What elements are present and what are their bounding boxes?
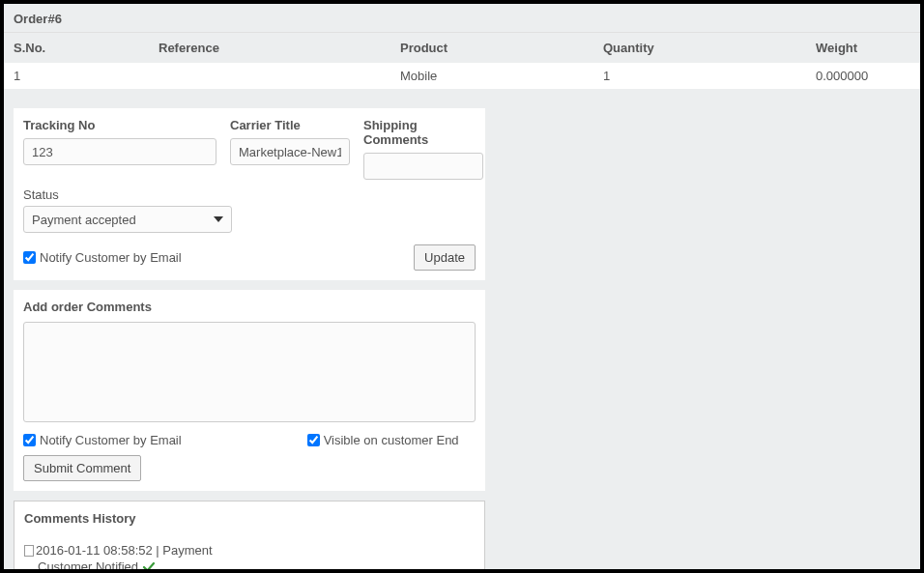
comments-visible-checkbox[interactable]: [307, 434, 320, 446]
shipping-comments-input[interactable]: [363, 153, 483, 180]
document-icon: [24, 545, 34, 557]
history-entry-text: 2016-01-11 08:58:52 | Payment: [36, 543, 213, 558]
status-select[interactable]: Payment accepted: [23, 206, 232, 233]
submit-comment-button[interactable]: Submit Comment: [23, 455, 141, 481]
cell-product: Mobile: [390, 63, 593, 89]
comments-visible-label: Visible on customer End: [324, 433, 459, 447]
col-product: Product: [390, 33, 593, 63]
tracking-no-input[interactable]: [23, 138, 217, 165]
cell-reference: [149, 63, 390, 89]
shipping-comments-label: Shipping Comments: [363, 118, 483, 147]
comments-notify-wrap[interactable]: Notify Customer by Email: [23, 433, 182, 447]
table-header-row: S.No. Reference Product Quantity Weight: [4, 33, 920, 63]
history-entry: 2016-01-11 08:58:52 | Payment: [24, 543, 475, 558]
status-label: Status: [23, 187, 476, 202]
history-notified-text: Customer Notified: [38, 559, 138, 569]
carrier-title-field: Carrier Title: [230, 118, 350, 180]
comments-notify-checkbox[interactable]: [23, 434, 36, 446]
tracking-no-field: Tracking No: [23, 118, 217, 180]
col-sno: S.No.: [4, 33, 149, 63]
cell-quantity: 1: [593, 63, 806, 89]
history-entry-status: Customer Notified: [24, 559, 475, 569]
order-header: Order#6: [4, 4, 920, 33]
table-row: 1 Mobile 1 0.000000: [4, 63, 920, 89]
comments-title: Add order Comments: [23, 300, 476, 314]
comments-panel: Add order Comments Notify Customer by Em…: [14, 290, 485, 491]
shipping-comments-field: Shipping Comments: [363, 118, 483, 180]
comments-notify-label: Notify Customer by Email: [40, 433, 182, 447]
history-panel: Comments History 2016-01-11 08:58:52 | P…: [14, 501, 485, 569]
check-icon: [142, 560, 156, 570]
notify-email-wrap[interactable]: Notify Customer by Email: [23, 250, 182, 265]
tracking-panel: Tracking No Carrier Title Shipping Comme…: [14, 108, 485, 280]
update-button[interactable]: Update: [414, 244, 476, 271]
carrier-title-label: Carrier Title: [230, 118, 350, 132]
notify-email-label: Notify Customer by Email: [40, 250, 182, 265]
col-weight: Weight: [806, 33, 920, 63]
comments-visible-wrap[interactable]: Visible on customer End: [307, 433, 459, 447]
comments-textarea[interactable]: [23, 322, 476, 422]
cell-weight: 0.000000: [806, 63, 920, 89]
col-quantity: Quantity: [593, 33, 806, 63]
order-title: Order#6: [14, 12, 62, 26]
notify-email-checkbox[interactable]: [23, 251, 36, 264]
order-items-table: S.No. Reference Product Quantity Weight …: [4, 33, 920, 89]
tracking-no-label: Tracking No: [23, 118, 217, 132]
col-reference: Reference: [149, 33, 390, 63]
cell-sno: 1: [4, 63, 149, 89]
carrier-title-input[interactable]: [230, 138, 350, 165]
history-title: Comments History: [24, 511, 475, 526]
